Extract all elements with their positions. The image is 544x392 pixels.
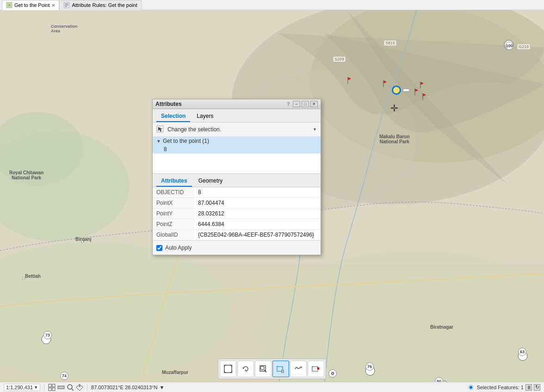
rules-icon <box>63 2 70 8</box>
settings-icon[interactable]: ⚙ <box>328 369 337 378</box>
attr-tab-bar: Selection Layers <box>153 109 321 122</box>
svg-rect-22 <box>383 80 383 87</box>
scale-value: 1:1,290,431 <box>6 385 33 390</box>
panel-help-button[interactable]: ? <box>287 101 290 107</box>
attributes-panel: Attributes ? – □ ✕ Selection Layers Chan <box>152 99 321 255</box>
panel-minimize-button[interactable]: – <box>293 101 300 107</box>
svg-rect-45 <box>49 384 51 387</box>
flag-marker-2[interactable] <box>382 80 390 89</box>
highway-74: 74 <box>60 372 68 380</box>
field-name: OBJECTID <box>153 187 194 198</box>
road-label-s209: S209 <box>333 56 346 62</box>
flag-marker-4[interactable] <box>413 89 421 97</box>
tab-get-to-point[interactable]: Get to the Point ✕ <box>2 0 59 10</box>
statusbar: 1:1,290,431 ▼ 87.0073021°E 28.0240313°N <box>0 382 544 392</box>
tab-layers[interactable]: Layers <box>192 111 218 122</box>
expand-icon: ▼ <box>156 139 161 144</box>
svg-point-56 <box>470 386 472 389</box>
city-dot-bettiah <box>22 277 25 280</box>
attributes-table: OBJECTID8PointX87.004474PointY28.032612P… <box>153 187 321 240</box>
svg-rect-27 <box>224 365 232 373</box>
ruler-icon <box>57 384 65 391</box>
selected-features-label: Selected Features: 1 <box>476 385 524 390</box>
tab-geometry[interactable]: Geometry <box>194 176 228 187</box>
pause-button[interactable]: ⏸ <box>525 384 532 391</box>
tab-close-icon[interactable]: ✕ <box>51 3 55 8</box>
layer-tree: ▼ Get to the point (1) 8 <box>153 137 321 174</box>
refresh-button[interactable]: ↻ <box>534 384 540 391</box>
selected-features-section: Selected Features: 1 ⏸ ↻ <box>467 384 540 391</box>
city-dot-birganj <box>81 240 84 243</box>
road-label-g219: G219 <box>517 44 530 49</box>
coord-dropdown-icon[interactable]: ▼ <box>159 385 164 390</box>
place-makalu: Makalu BarunNational Park <box>379 134 410 144</box>
map-canvas[interactable]: S815 S209 G219 ConservationArea Makalu B… <box>0 10 544 392</box>
table-row[interactable]: OBJECTID8 <box>153 187 321 198</box>
zoom-full-button[interactable] <box>220 361 236 377</box>
highway-76: 76 <box>365 362 374 371</box>
place-muzaffarpur: Muzaffarpur <box>162 370 188 375</box>
panel-restore-button[interactable]: □ <box>302 101 309 107</box>
change-selection-row[interactable]: Change the selection. ▼ <box>153 122 321 137</box>
selected-marker[interactable] <box>392 86 409 95</box>
panel-titlebar: Attributes ? – □ ✕ <box>153 99 321 109</box>
field-value: {CB25E042-96BA-4EEF-BE57-877907572496} <box>194 230 321 240</box>
svg-rect-46 <box>52 384 55 387</box>
field-name: PointZ <box>153 219 194 230</box>
deselect-button[interactable] <box>308 361 324 377</box>
tab-selection[interactable]: Selection <box>156 111 190 122</box>
field-name: GlobalID <box>153 230 194 240</box>
scale-section: 1:1,290,431 ▼ <box>4 384 40 391</box>
layer-row[interactable]: ▼ Get to the point (1) <box>153 137 321 145</box>
svg-rect-42 <box>312 367 318 371</box>
table-row[interactable]: PointY28.032612 <box>153 208 321 219</box>
svg-rect-48 <box>52 388 55 391</box>
titlebar: Get to the Point ✕ Attribute Rules: Get … <box>0 0 544 10</box>
rotate-button[interactable] <box>237 361 254 377</box>
svg-rect-47 <box>49 388 51 391</box>
place-biratnagar: Biratnagar <box>430 325 453 330</box>
scale-box[interactable]: 1:1,290,431 ▼ <box>4 384 40 391</box>
field-value: 8 <box>194 187 321 198</box>
road-label-s815: S815 <box>384 40 396 46</box>
svg-rect-25 <box>422 93 423 100</box>
field-name: PointY <box>153 208 194 219</box>
field-value: 87.004474 <box>194 198 321 208</box>
svg-point-53 <box>68 385 72 389</box>
grid-section <box>48 384 83 391</box>
tab-attributes[interactable]: Attributes <box>156 176 192 187</box>
status-divider-1 <box>44 384 44 391</box>
grid-icon <box>48 384 56 391</box>
place-conservation: ConservationArea <box>51 24 78 33</box>
highway-63: 63 <box>518 348 526 356</box>
selection-pointer-icon <box>156 125 165 134</box>
field-name: PointX <box>153 198 194 208</box>
auto-apply-label[interactable]: Auto Apply <box>165 245 192 251</box>
table-row[interactable]: GlobalID{CB25E042-96BA-4EEF-BE57-8779075… <box>153 230 321 240</box>
navigate-icon <box>76 384 83 391</box>
select-freehand-button[interactable] <box>290 361 307 377</box>
svg-line-54 <box>72 389 74 391</box>
zoom-box-button[interactable] <box>255 361 272 377</box>
flag-marker-1[interactable] <box>346 77 354 86</box>
flag-marker-5[interactable] <box>421 93 429 102</box>
svg-point-1 <box>8 4 10 6</box>
select-rect-button[interactable] <box>272 361 289 377</box>
auto-apply-checkbox[interactable] <box>156 245 162 251</box>
panel-title: Attributes <box>155 101 182 107</box>
dropdown-arrow-icon: ▼ <box>313 127 317 132</box>
feature-row[interactable]: 8 <box>153 145 321 153</box>
panel-close-button[interactable]: ✕ <box>310 101 318 107</box>
table-row[interactable]: PointX87.004474 <box>153 198 321 208</box>
field-value: 28.032612 <box>194 208 321 219</box>
map-toolbar: ⚙ <box>218 359 326 379</box>
change-selection-label: Change the selection. <box>167 126 313 133</box>
status-divider-2 <box>87 384 87 391</box>
tab-attribute-rules[interactable]: Attribute Rules: Get the point <box>59 0 141 10</box>
map-callout <box>403 89 409 92</box>
coord-display: 87.0073021°E 28.0240313°N <box>91 385 157 390</box>
bottom-tab-bar: Attributes Geometry <box>153 174 321 187</box>
selected-features-icon <box>467 384 475 391</box>
table-row[interactable]: PointZ6444.6384 <box>153 219 321 230</box>
svg-rect-24 <box>414 89 415 95</box>
